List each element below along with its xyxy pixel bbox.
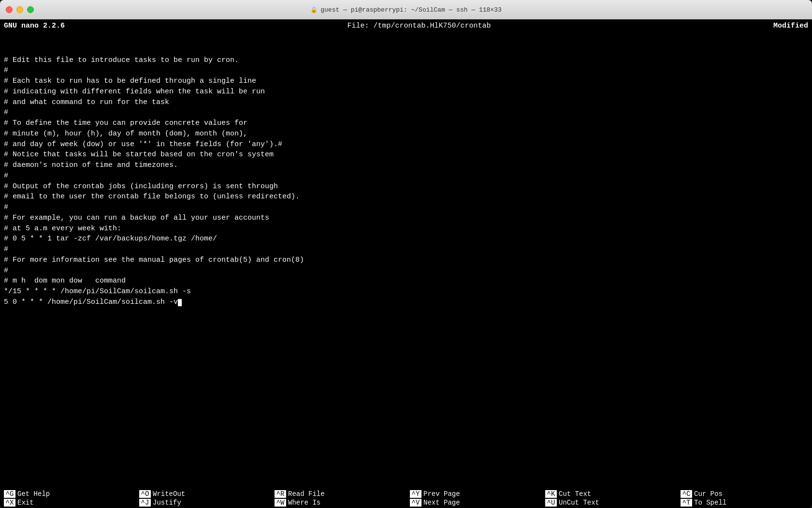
- editor-line: # 0 5 * * 1 tar -zcf /var/backups/home.t…: [4, 234, 808, 244]
- footer-item[interactable]: ^YPrev Page: [406, 490, 541, 498]
- footer-label: Next Page: [423, 499, 460, 507]
- footer-key: ^U: [545, 499, 557, 507]
- footer-label: Get Help: [17, 490, 50, 498]
- footer-label: Prev Page: [423, 490, 460, 498]
- editor-line: # daemon's notion of time and timezones.: [4, 160, 808, 171]
- editor-line: # Output of the crontab jobs (including …: [4, 181, 808, 192]
- footer-item[interactable]: ^UUnCut Text: [541, 498, 677, 507]
- footer-key: ^K: [545, 490, 557, 498]
- nano-footer: ^GGet Help^OWriteOut^RRead File^YPrev Pa…: [0, 489, 812, 508]
- footer-label: UnCut Text: [559, 499, 599, 507]
- editor-line: # m h dom mon dow command: [4, 276, 808, 286]
- footer-label: Exit: [17, 499, 34, 507]
- editor-line: #: [4, 202, 808, 213]
- editor-line: # For more information see the manual pa…: [4, 255, 808, 266]
- footer-row: ^GGet Help^OWriteOut^RRead File^YPrev Pa…: [0, 490, 812, 498]
- minimize-button[interactable]: [16, 6, 23, 13]
- footer-key: ^J: [139, 499, 151, 507]
- title-bar: 🔒 guest — pi@raspberrypi: ~/SoilCam — ss…: [0, 0, 812, 19]
- editor-line: # For example, you can run a backup of a…: [4, 213, 808, 224]
- footer-item[interactable]: ^OWriteOut: [135, 490, 271, 498]
- footer-key: ^X: [4, 499, 15, 507]
- footer-item[interactable]: ^GGet Help: [0, 490, 135, 498]
- footer-key: ^C: [681, 490, 692, 498]
- footer-row: ^XExit^JJustify^WWhere Is^VNext Page^UUn…: [0, 498, 812, 507]
- close-button[interactable]: [6, 6, 13, 13]
- editor-line: */15 * * * * /home/pi/SoilCam/soilcam.sh…: [4, 286, 808, 297]
- editor-line: #: [4, 244, 808, 255]
- editor-line: #: [4, 65, 808, 76]
- nano-header: GNU nano 2.2.6 File: /tmp/crontab.HlK750…: [0, 19, 812, 32]
- footer-key: ^V: [410, 499, 421, 507]
- text-cursor: [178, 299, 182, 306]
- window-controls: [6, 6, 34, 13]
- maximize-button[interactable]: [27, 6, 34, 13]
- editor-line: # Edit this file to introduce tasks to b…: [4, 55, 808, 66]
- editor-line: #: [4, 266, 808, 276]
- footer-label: Cut Text: [559, 490, 591, 498]
- lock-icon: 🔒: [310, 6, 318, 14]
- editor-area[interactable]: # Edit this file to introduce tasks to b…: [0, 32, 812, 489]
- footer-key: ^Y: [410, 490, 421, 498]
- editor-line: # To define the time you can provide con…: [4, 118, 808, 129]
- footer-item[interactable]: ^KCut Text: [541, 490, 677, 498]
- nano-version: GNU nano 2.2.6: [4, 22, 65, 30]
- footer-item[interactable]: ^CCur Pos: [677, 490, 812, 498]
- footer-item[interactable]: ^VNext Page: [406, 498, 541, 507]
- editor-line: # and what command to run for the task: [4, 97, 808, 108]
- editor-content: # Edit this file to introduce tasks to b…: [4, 55, 808, 489]
- editor-line: 5 0 * * * /home/pi/SoilCam/soilcam.sh -v: [4, 297, 808, 308]
- footer-label: Read File: [288, 490, 325, 498]
- nano-filename: File: /tmp/crontab.HlK750/crontab: [65, 22, 773, 30]
- editor-line: # and day of week (dow) or use '*' in th…: [4, 139, 808, 150]
- editor-line: # Each task to run has to be defined thr…: [4, 76, 808, 87]
- editor-line: # Notice that tasks will be started base…: [4, 149, 808, 160]
- footer-label: Justify: [153, 499, 181, 507]
- footer-label: Cur Pos: [694, 490, 723, 498]
- footer-item[interactable]: ^WWhere Is: [271, 498, 406, 507]
- footer-key: ^O: [139, 490, 151, 498]
- footer-item[interactable]: ^TTo Spell: [677, 498, 812, 507]
- footer-label: Where Is: [288, 499, 320, 507]
- footer-label: To Spell: [694, 499, 726, 507]
- title-bar-text: 🔒 guest — pi@raspberrypi: ~/SoilCam — ss…: [310, 6, 501, 14]
- footer-key: ^G: [4, 490, 15, 498]
- footer-label: WriteOut: [153, 490, 185, 498]
- editor-line: #: [4, 171, 808, 181]
- footer-item[interactable]: ^JJustify: [135, 498, 271, 507]
- terminal-window: 🔒 guest — pi@raspberrypi: ~/SoilCam — ss…: [0, 0, 812, 508]
- footer-item[interactable]: ^XExit: [0, 498, 135, 507]
- editor-line: #: [4, 107, 808, 118]
- footer-key: ^W: [275, 499, 286, 507]
- footer-key: ^R: [275, 490, 286, 498]
- editor-line: # at 5 a.m every week with:: [4, 224, 808, 234]
- editor-line: # indicating with different fields when …: [4, 87, 808, 97]
- footer-key: ^T: [681, 499, 692, 507]
- editor-line: # minute (m), hour (h), day of month (do…: [4, 129, 808, 139]
- editor-line: # email to the user the crontab file bel…: [4, 192, 808, 202]
- nano-modified: Modified: [773, 22, 808, 30]
- footer-item[interactable]: ^RRead File: [271, 490, 406, 498]
- title-text: guest — pi@raspberrypi: ~/SoilCam — ssh …: [320, 6, 501, 14]
